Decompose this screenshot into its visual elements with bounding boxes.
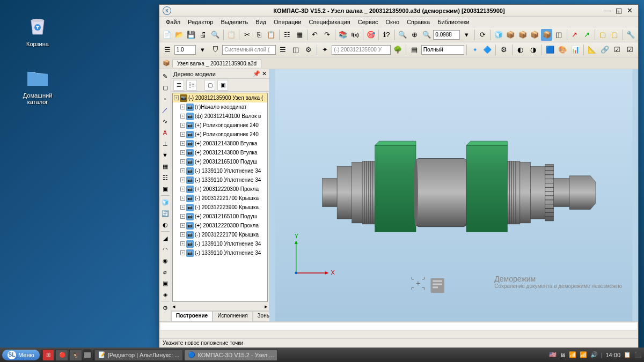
menu-view[interactable]: Вид: [252, 18, 269, 26]
tray-lon-icon[interactable]: 🇺🇸: [549, 351, 557, 358]
refresh-icon[interactable]: ⟳: [477, 29, 488, 41]
tree-item[interactable]: +📷(+) 200312143800 Втулка: [173, 139, 267, 148]
menu-service[interactable]: Сервис: [355, 18, 382, 26]
expand-icon[interactable]: +: [180, 150, 185, 155]
zoom-input[interactable]: [433, 30, 460, 40]
vt-shell-icon[interactable]: ▣: [160, 278, 170, 288]
box-icon[interactable]: ▢: [597, 29, 608, 41]
expand-icon[interactable]: +: [180, 214, 185, 219]
task-kompas[interactable]: 🔵КОМПАС-3D V15.2 - Узел ...: [184, 349, 277, 361]
scroll-right-icon[interactable]: ▸: [265, 303, 268, 311]
layer-props-icon[interactable]: ☰: [277, 44, 289, 56]
expand-icon[interactable]: +: [180, 114, 185, 119]
pin-icon[interactable]: 📌: [253, 70, 260, 77]
vt-chamfer-icon[interactable]: ◢: [160, 233, 170, 243]
vt-axis-icon[interactable]: ⊥: [160, 139, 170, 149]
tray-wifi-icon[interactable]: 📶: [580, 351, 587, 358]
tree-item[interactable]: +📷(-) 1339110 Уплотнение 34: [173, 166, 267, 175]
vt-prism-icon[interactable]: 🧊: [160, 197, 170, 207]
vt-revolve-icon[interactable]: 🔄: [160, 209, 170, 218]
tray-volume-icon[interactable]: 🔊: [590, 351, 598, 358]
gear-icon[interactable]: ⚙: [498, 44, 510, 56]
menu-file[interactable]: Файл: [163, 18, 184, 26]
rebuild-icon[interactable]: 🔧: [625, 29, 636, 41]
tab-exec[interactable]: Исполнения: [213, 311, 252, 321]
cube4-icon[interactable]: 📦: [529, 29, 540, 41]
origin-icon[interactable]: ✦: [319, 44, 331, 56]
tree-tool4-icon[interactable]: ▣: [217, 80, 228, 91]
doc-icon[interactable]: 📋: [226, 29, 237, 41]
expand-icon[interactable]: +: [180, 141, 185, 146]
mode-icon[interactable]: ▤: [408, 44, 420, 56]
task-editor[interactable]: 📝[Редактор | АльтЛинукс: ...: [94, 349, 184, 361]
vt-loft-icon[interactable]: ◐: [160, 220, 170, 230]
tray-net-icon[interactable]: 📶: [569, 351, 576, 358]
maximize-button[interactable]: ◱: [613, 6, 624, 14]
tree-item[interactable]: +📷(-) 200312135900 Узел валка (: [173, 93, 267, 102]
tree-item[interactable]: +📷(-) 200312221700 Крышка: [173, 230, 267, 239]
tray-cal-icon[interactable]: 📋: [624, 351, 631, 358]
vt-point-icon[interactable]: ◦: [160, 94, 170, 104]
redo-icon[interactable]: ↷: [321, 29, 333, 41]
titlebar[interactable]: К КОМПАС-3D V15.2 - Узел валка _ 2003121…: [159, 5, 638, 17]
vt-spline-icon[interactable]: ∿: [160, 116, 170, 126]
print-icon[interactable]: 🖨: [198, 29, 209, 41]
open-icon[interactable]: 📂: [174, 29, 185, 41]
minimize-button[interactable]: —: [603, 6, 613, 14]
copy-icon[interactable]: ⎘: [254, 29, 265, 41]
menu-select[interactable]: Выделить: [217, 18, 251, 26]
tree-item[interactable]: +📷(+) 200312220300 Прокла: [173, 184, 267, 194]
vt-thread-icon[interactable]: ⌀: [160, 267, 170, 277]
vt-elem-icon[interactable]: ▣: [160, 184, 170, 194]
expand-icon[interactable]: +: [180, 232, 185, 237]
tree-tool3-icon[interactable]: ▢: [204, 80, 215, 91]
color-icon[interactable]: 🎨: [557, 44, 568, 56]
menu-edit[interactable]: Редактор: [185, 18, 216, 26]
menu-operations[interactable]: Операции: [270, 18, 304, 26]
zoom-fit-icon[interactable]: 🔍: [421, 29, 433, 41]
expand-icon[interactable]: +: [180, 241, 185, 246]
vt-dim-icon[interactable]: A: [160, 128, 170, 137]
vt-filter-icon[interactable]: ▼: [160, 150, 170, 160]
vars-icon[interactable]: 🎯: [365, 29, 377, 41]
cube1-icon[interactable]: 🧊: [493, 29, 504, 41]
layer-conf-icon[interactable]: ⚙: [303, 44, 314, 56]
box2-icon[interactable]: ▢: [609, 29, 620, 41]
fx-icon[interactable]: f(x): [349, 29, 361, 41]
cut-icon[interactable]: ✂: [241, 29, 253, 41]
tool2-icon[interactable]: 🔷: [482, 44, 494, 56]
sec2-icon[interactable]: ◑: [528, 44, 539, 56]
persp-icon[interactable]: ◫: [553, 29, 565, 41]
expand-icon[interactable]: +: [180, 132, 185, 137]
tab-cube-icon[interactable]: 📦: [163, 60, 172, 67]
expand-icon[interactable]: +: [180, 196, 185, 201]
expand-icon[interactable]: +: [180, 168, 185, 173]
close-panel-icon[interactable]: ✕: [262, 70, 267, 77]
scale-input[interactable]: [174, 45, 196, 55]
tray-sys-icon[interactable]: ⬛: [634, 351, 642, 358]
report-icon[interactable]: 📊: [569, 44, 581, 56]
tray-display-icon[interactable]: 🖥: [560, 352, 566, 358]
save-icon[interactable]: 💾: [186, 29, 197, 41]
chevron-down-icon[interactable]: ▾: [197, 44, 209, 56]
expand-icon[interactable]: +: [180, 205, 185, 210]
3d-viewport[interactable]: X Y Деморежим Сохранение документа в дем…: [269, 69, 638, 321]
expand-icon[interactable]: +: [174, 95, 179, 100]
vt-line-icon[interactable]: ／: [160, 105, 170, 115]
tab-build[interactable]: Построение: [171, 311, 213, 321]
tree-item[interactable]: +📷(-) 1339110 Уплотнение 34: [173, 239, 267, 248]
mat-icon[interactable]: 🟦: [544, 44, 556, 56]
expand-icon[interactable]: +: [180, 178, 185, 182]
cube5-icon[interactable]: 📦: [541, 29, 552, 41]
document-tab[interactable]: Узел валка _ 200312135900.a3d: [172, 59, 261, 68]
tree-item[interactable]: +📷(т)Начало координат: [173, 102, 267, 112]
expand-icon[interactable]: +: [180, 187, 185, 191]
home-folder-icon[interactable]: Домашний каталог: [16, 64, 59, 105]
tree-icon[interactable]: 🌳: [392, 44, 404, 56]
tree-item[interactable]: +📷(ф) 200312140100 Валок в: [173, 112, 267, 121]
tree-item[interactable]: +📷(-) 1339110 Уплотнение 34: [173, 248, 267, 257]
axis-x-icon[interactable]: ↗: [569, 29, 580, 41]
help-icon[interactable]: ℹ?: [381, 29, 392, 41]
axis-y-icon[interactable]: ↗: [581, 29, 592, 41]
close-button[interactable]: ✕: [624, 6, 635, 14]
